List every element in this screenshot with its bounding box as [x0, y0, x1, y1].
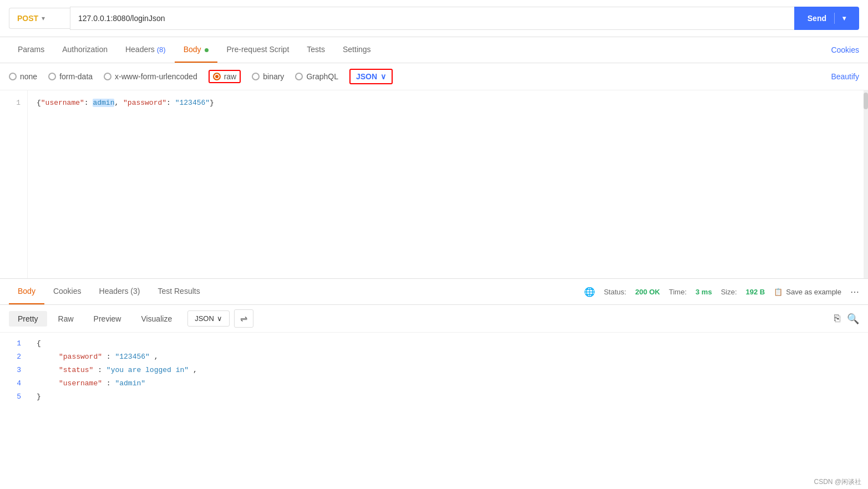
val-username: admin — [93, 99, 114, 107]
json-type-dropdown[interactable]: JSON ∨ — [349, 69, 393, 84]
status-value: 200 OK — [635, 288, 660, 296]
footer: CSDN @闲谈社 — [807, 475, 868, 489]
fmt-tab-raw[interactable]: Raw — [49, 311, 83, 327]
send-dropdown-icon: ▾ — [842, 14, 846, 22]
resp-val-status: "you are logged in" — [106, 366, 189, 374]
resp-tab-headers[interactable]: Headers (3) — [90, 279, 149, 304]
request-scrollbar[interactable] — [864, 90, 868, 278]
radio-binary — [252, 73, 260, 80]
body-type-graphql[interactable]: GraphQL — [295, 72, 338, 81]
key-username: "username" — [41, 99, 84, 107]
resp-val-username: "admin" — [115, 379, 145, 388]
body-type-urlencoded[interactable]: x-www-form-urlencoded — [104, 72, 197, 81]
resp-key-username: "username" — [59, 379, 102, 388]
resp-key-status: "status" — [59, 366, 93, 374]
send-label: Send — [808, 14, 826, 23]
resp-line-num-1: 1 — [0, 337, 28, 350]
radio-none — [9, 73, 17, 80]
method-label: POST — [17, 14, 38, 23]
resp-val-password: "123456" — [115, 353, 149, 361]
cookies-link[interactable]: Cookies — [831, 38, 859, 62]
body-type-raw-box[interactable]: raw — [209, 70, 241, 83]
resp-tab-body[interactable]: Body — [9, 279, 44, 304]
body-type-none[interactable]: none — [9, 72, 37, 81]
body-dot — [205, 48, 209, 52]
radio-urlencoded — [104, 73, 111, 80]
wrap-lines-button[interactable]: ⇌ — [234, 309, 253, 328]
resp-line-num-5: 5 — [0, 390, 28, 404]
request-scrollbar-thumb — [864, 93, 868, 109]
resp-line-num-4: 4 — [0, 377, 28, 390]
save-icon: 📋 — [774, 288, 783, 296]
tab-body[interactable]: Body — [175, 37, 218, 63]
response-line-numbers: 1 2 3 4 5 — [0, 337, 28, 404]
response-json-dropdown[interactable]: JSON ∨ — [187, 310, 230, 327]
size-value: 192 B — [746, 288, 765, 296]
resp-code-line-1: { — [37, 337, 859, 350]
status-label: Status: — [604, 288, 626, 296]
more-options-icon[interactable]: ⋯ — [850, 287, 859, 297]
search-response-icon[interactable]: 🔍 — [847, 313, 859, 325]
radio-raw — [213, 73, 221, 80]
req-code-line-1: {"username": admin, "password": "123456"… — [37, 97, 855, 109]
radio-graphql — [295, 73, 303, 80]
tab-params[interactable]: Params — [9, 37, 53, 63]
fmt-tab-preview[interactable]: Preview — [85, 311, 130, 327]
tab-pre-request-script[interactable]: Pre-request Script — [217, 37, 298, 63]
fmt-tab-visualize[interactable]: Visualize — [132, 311, 181, 327]
request-code-content[interactable]: {"username": admin, "password": "123456"… — [28, 90, 864, 278]
brace-open: { — [37, 99, 41, 107]
response-section: Body Cookies Headers (3) Test Results 🌐 … — [0, 279, 868, 408]
resp-code-line-3: "status" : "you are logged in" , — [37, 364, 859, 377]
json-dropdown-chevron-icon: ∨ — [380, 72, 386, 81]
wrap-icon: ⇌ — [240, 314, 247, 323]
req-line-num-1: 1 — [0, 97, 27, 109]
response-code-content: { "password" : "123456" , "status" : "yo… — [28, 337, 868, 404]
body-type-bar: none form-data x-www-form-urlencoded raw… — [0, 63, 868, 90]
resp-line-num-2: 2 — [0, 350, 28, 364]
response-format-bar: Pretty Raw Preview Visualize JSON ∨ ⇌ ⎘ … — [0, 305, 868, 333]
resp-code-line-4: "username" : "admin" — [37, 377, 859, 390]
response-meta: 🌐 Status: 200 OK Time: 3 ms Size: 192 B … — [584, 287, 859, 297]
resp-code-line-5: } — [37, 390, 859, 404]
tab-tests[interactable]: Tests — [298, 37, 334, 63]
url-input[interactable] — [70, 7, 794, 30]
radio-form-data — [48, 73, 56, 80]
size-label: Size: — [721, 288, 737, 296]
request-line-numbers: 1 — [0, 90, 28, 278]
key-password: "password" — [123, 99, 166, 107]
tab-headers[interactable]: Headers (8) — [116, 37, 175, 63]
headers-badge: (8) — [157, 45, 166, 54]
tab-settings[interactable]: Settings — [334, 37, 380, 63]
send-divider — [834, 13, 835, 24]
tab-authorization[interactable]: Authorization — [53, 37, 116, 63]
time-value: 3 ms — [696, 288, 712, 296]
body-type-raw[interactable]: raw — [213, 72, 237, 81]
copy-response-icon[interactable]: ⎘ — [834, 313, 840, 325]
footer-label: CSDN @闲谈社 — [814, 478, 861, 486]
resp-key-password: "password" — [59, 353, 102, 361]
body-type-binary[interactable]: binary — [252, 72, 284, 81]
url-bar: POST ▾ Send ▾ — [0, 0, 868, 37]
resp-code-line-2: "password" : "123456" , — [37, 350, 859, 364]
send-button[interactable]: Send ▾ — [794, 7, 859, 30]
time-label: Time: — [669, 288, 687, 296]
request-tabs: Params Authorization Headers (8) Body Pr… — [0, 37, 868, 63]
body-type-form-data[interactable]: form-data — [48, 72, 93, 81]
request-code-editor: 1 {"username": admin, "password": "12345… — [0, 90, 868, 279]
method-selector[interactable]: POST ▾ — [9, 8, 70, 29]
resp-tab-cookies[interactable]: Cookies — [44, 279, 90, 304]
resp-tab-test-results[interactable]: Test Results — [149, 279, 209, 304]
save-as-example-button[interactable]: 📋 Save as example — [774, 288, 841, 296]
globe-icon: 🌐 — [584, 287, 595, 297]
response-tabs-bar: Body Cookies Headers (3) Test Results 🌐 … — [0, 279, 868, 305]
val-password: "123456" — [175, 99, 210, 107]
response-action-icons: ⎘ 🔍 — [834, 313, 859, 325]
response-code: 1 2 3 4 5 { "password" : "123456" , "sta… — [0, 333, 868, 408]
fmt-tab-pretty[interactable]: Pretty — [9, 311, 47, 327]
method-chevron-icon: ▾ — [42, 14, 45, 22]
beautify-button[interactable]: Beautify — [831, 72, 859, 81]
resp-line-num-3: 3 — [0, 364, 28, 377]
resp-json-chevron-icon: ∨ — [217, 314, 222, 323]
